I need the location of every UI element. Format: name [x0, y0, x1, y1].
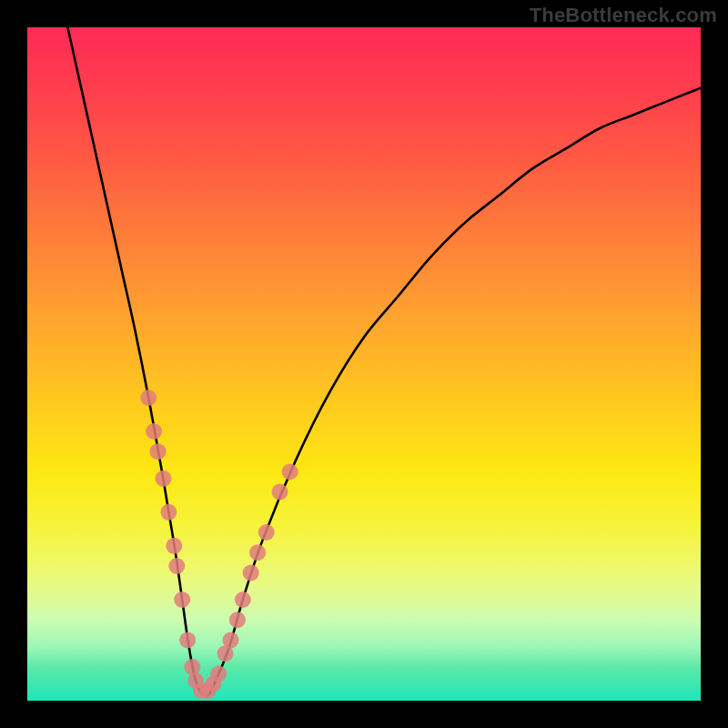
bottleneck-curve [67, 27, 701, 695]
highlight-point [174, 592, 190, 608]
highlight-point [146, 423, 162, 440]
highlight-point [150, 443, 167, 460]
highlight-point [166, 538, 182, 554]
highlight-point [140, 389, 157, 406]
highlight-point [155, 470, 171, 487]
highlight-point [235, 592, 251, 608]
highlight-point [179, 632, 196, 648]
highlight-point [222, 632, 238, 648]
plot-area [27, 27, 701, 701]
chart-frame: TheBottleneck.com [0, 0, 728, 728]
chart-svg [27, 27, 701, 701]
highlight-point [272, 484, 288, 500]
highlight-point [243, 564, 259, 581]
highlight-point [210, 665, 227, 682]
highlight-point [168, 558, 185, 574]
highlight-point [282, 463, 298, 480]
highlight-point [229, 612, 246, 628]
highlight-point [258, 524, 275, 541]
highlight-markers [140, 389, 298, 699]
watermark-text: TheBottleneck.com [530, 4, 717, 27]
highlight-point [249, 544, 266, 561]
highlight-point [160, 504, 177, 521]
